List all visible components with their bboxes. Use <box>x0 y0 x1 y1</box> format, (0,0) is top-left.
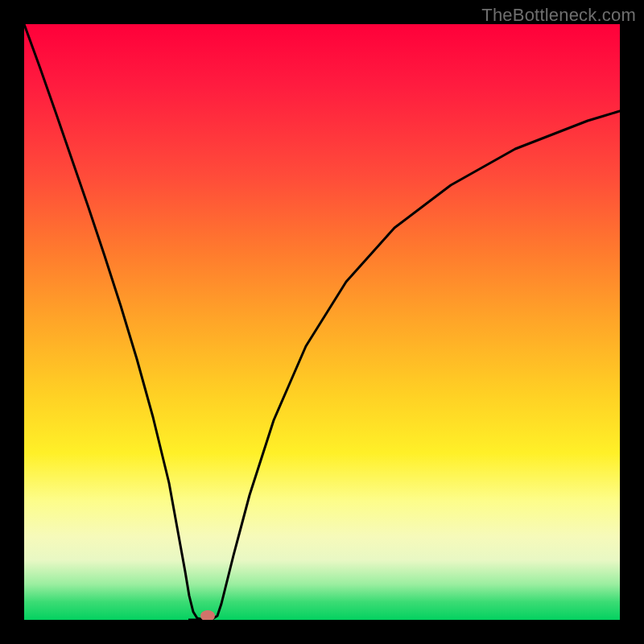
bottleneck-curve <box>24 24 620 620</box>
minimum-point-marker <box>200 610 215 620</box>
curve-path <box>24 24 620 620</box>
chart-frame: TheBottleneck.com <box>0 0 644 644</box>
watermark-text: TheBottleneck.com <box>481 5 636 26</box>
plot-area <box>24 24 620 620</box>
